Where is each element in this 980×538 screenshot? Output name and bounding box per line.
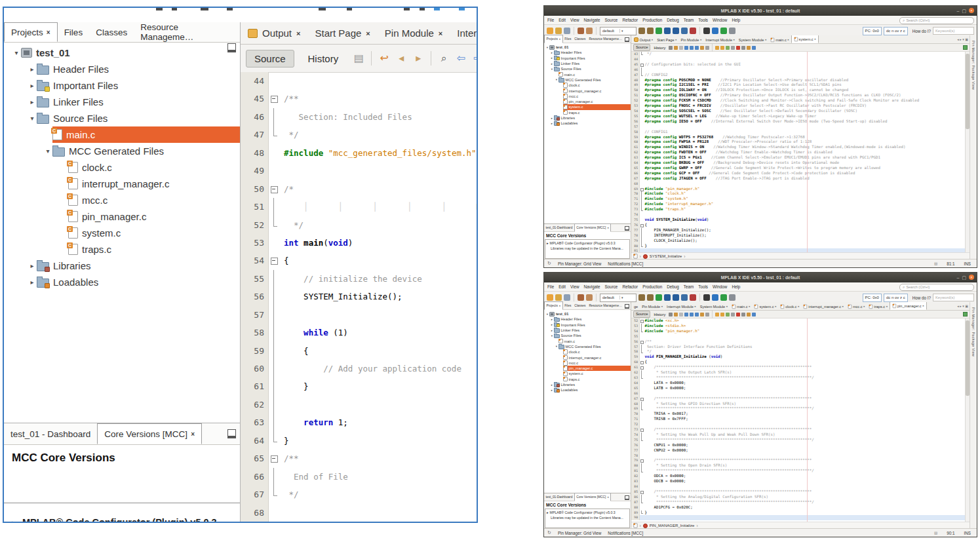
dashboard-icon[interactable] — [703, 294, 710, 301]
breadcrumb-function[interactable]: SYSTEM_Initialize — [650, 254, 682, 258]
maximize-editor-icon[interactable]: ▣ — [965, 304, 968, 308]
plugin-version-row[interactable]: ▸ MPLAB® Code Configurator (Plugin) v5.0… — [9, 517, 217, 523]
menu-edit[interactable]: Edit — [559, 284, 566, 289]
tree-item-loadables[interactable]: ▸Loadables — [544, 387, 631, 393]
tree-item-system-c[interactable]: system.c — [4, 225, 240, 241]
status-notifications-link[interactable]: Notifications [MCC] — [608, 261, 643, 266]
menu-tools[interactable]: Tools — [698, 284, 708, 289]
fold-marker-icon[interactable] — [640, 396, 644, 402]
fold-marker-icon[interactable] — [640, 375, 644, 381]
expand-arrow-icon[interactable]: ▾ — [43, 147, 52, 155]
fold-marker-icon[interactable] — [640, 244, 644, 249]
editor-tool-icon[interactable] — [736, 313, 740, 317]
tab-classes[interactable]: Classes — [573, 35, 587, 43]
tree-item-mcc-generated-files[interactable]: ▾MCC Generated Files — [4, 143, 240, 159]
menu-help[interactable]: Help — [732, 284, 740, 289]
editor-tool-icon[interactable] — [741, 313, 745, 317]
close-icon[interactable]: × — [559, 37, 560, 41]
tab-system-c[interactable]: system.c× — [752, 303, 778, 310]
close-icon[interactable]: × — [439, 29, 442, 37]
fold-marker-icon[interactable] — [269, 468, 281, 486]
project-tree[interactable]: ▾test_01▸Header Files▸Important Files▸Li… — [544, 310, 631, 493]
fold-marker-icon[interactable] — [269, 306, 281, 324]
fold-marker-icon[interactable] — [269, 270, 281, 288]
undo-icon[interactable] — [578, 294, 584, 301]
menu-file[interactable]: File — [547, 18, 554, 22]
editor-tool-icon[interactable] — [669, 313, 673, 317]
fold-marker-icon[interactable] — [640, 349, 644, 355]
save-all-icon[interactable] — [564, 294, 570, 301]
tab-interrupt-module[interactable]: Interrupt Module× — [703, 36, 737, 43]
expand-arrow-icon[interactable]: ▾ — [28, 115, 37, 122]
tab-files[interactable]: Files — [58, 22, 90, 42]
fold-marker-icon[interactable] — [269, 252, 281, 269]
tree-item-main-c[interactable]: main.c — [544, 338, 631, 343]
fold-marker-icon[interactable] — [640, 318, 644, 324]
tab-main-c[interactable]: main.c× — [730, 303, 752, 310]
forward-icon[interactable]: ⇨ — [471, 53, 477, 64]
menu-debug[interactable]: Debug — [667, 284, 679, 289]
fold-marker-icon[interactable] — [640, 438, 644, 443]
expand-arrow-icon[interactable]: ▸ — [28, 262, 37, 269]
tree-item-libraries[interactable]: ▸Libraries — [544, 115, 631, 121]
tree-item-source-files[interactable]: ▾Source Files — [4, 110, 240, 126]
run-icon[interactable] — [656, 294, 662, 301]
tab-test-01-dashboard[interactable]: test_01-Dashboard — [544, 224, 574, 231]
tab-output[interactable]: Output× — [632, 36, 655, 43]
tab-pin-module[interactable]: Pin Module× — [378, 28, 450, 39]
tree-item-mcc-c[interactable]: mcc.c — [544, 94, 631, 99]
fold-marker-icon[interactable] — [640, 197, 644, 202]
fold-marker-icon[interactable] — [640, 432, 644, 438]
close-icon[interactable]: × — [675, 38, 676, 41]
tree-item-header-files[interactable]: ▸Header Files — [544, 317, 631, 322]
fold-marker-icon[interactable] — [269, 288, 281, 305]
tab-files[interactable]: Files — [563, 302, 573, 309]
maximize-editor-icon[interactable]: ▣ — [965, 37, 968, 41]
back-icon[interactable]: ⇦ — [454, 53, 467, 64]
tab-classes[interactable]: Classes — [573, 302, 587, 309]
fold-marker-icon[interactable] — [640, 495, 644, 500]
fold-marker-icon[interactable] — [640, 339, 644, 345]
editor-tool-icon[interactable] — [669, 46, 673, 50]
ide-help-icon[interactable] — [712, 294, 718, 301]
open-project-icon[interactable] — [555, 294, 562, 301]
fold-marker-icon[interactable] — [269, 198, 281, 216]
status-flags-box[interactable]: dc n ov z c — [884, 27, 908, 35]
fold-marker-icon[interactable] — [640, 500, 644, 505]
tree-item-system-c[interactable]: system.c — [544, 371, 631, 376]
tab-list-icon[interactable]: ▾ — [962, 37, 964, 41]
tab-core-versions-mcc[interactable]: Core Versions [MCC]× — [97, 423, 202, 444]
expand-arrow-icon[interactable]: ▸ — [9, 519, 18, 524]
editor-tool-icon[interactable] — [736, 46, 740, 50]
insert-mode-indicator[interactable]: INS — [964, 261, 971, 266]
float-window-icon[interactable] — [625, 304, 629, 309]
search-input[interactable]: ⌕ Search (Ctrl+I) — [899, 17, 974, 24]
tab-start-page[interactable]: Start Page× — [307, 28, 377, 39]
tab-core-versions-mcc[interactable]: Core Versions [MCC]× — [574, 493, 611, 501]
build-icon[interactable] — [638, 294, 645, 301]
tree-item-header-files[interactable]: ▸Header Files — [544, 50, 631, 55]
pc-register-box[interactable]: PC: 0x0 — [863, 294, 882, 302]
tab-classes[interactable]: Classes — [89, 22, 134, 42]
status-pin-manager-link[interactable]: Pin Manager: Grid View — [558, 261, 601, 266]
insert-mode-indicator[interactable]: INS — [964, 531, 971, 535]
tree-item-clock-c[interactable]: clock.c — [544, 83, 631, 88]
fold-marker-icon[interactable] — [269, 90, 281, 107]
tree-item-source-files[interactable]: ▾Source Files — [544, 333, 631, 338]
editor-tool-icon[interactable] — [684, 46, 688, 50]
tree-item-traps-c[interactable]: traps.c — [544, 377, 631, 382]
minimize-button[interactable]: – — [956, 275, 959, 280]
fold-marker-icon[interactable] — [269, 450, 281, 467]
tree-item-linker-files[interactable]: ▸Linker Files — [544, 328, 631, 333]
close-icon[interactable]: × — [366, 29, 370, 37]
diff-icon[interactable]: ▤ — [352, 53, 365, 64]
previous-edit-icon[interactable]: ◂ — [395, 53, 408, 64]
tree-item-test-01[interactable]: ▾test_01 — [4, 45, 240, 61]
tab-start-page[interactable]: Start Page× — [655, 36, 678, 43]
new-file-icon[interactable] — [547, 294, 553, 301]
editor-tool-icon[interactable] — [690, 313, 694, 317]
scrollbar[interactable] — [965, 52, 970, 252]
fold-marker-icon[interactable] — [640, 67, 644, 73]
tab-interrupt-module[interactable]: Interrupt Module× — [450, 28, 477, 39]
source-button[interactable]: Source — [633, 311, 650, 318]
